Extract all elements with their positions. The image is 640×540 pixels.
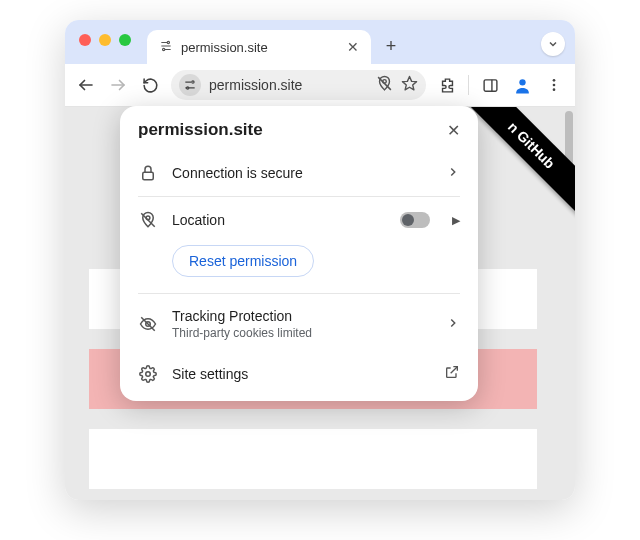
popup-close-button[interactable]: ✕ (447, 121, 460, 140)
site-info-popup: permission.site ✕ Connection is secure L… (120, 106, 478, 401)
chevron-right-icon (446, 165, 460, 182)
tune-icon (159, 39, 173, 56)
minimize-window-button[interactable] (99, 34, 111, 46)
location-blocked-icon[interactable] (376, 75, 393, 95)
bookmark-star-icon[interactable] (401, 75, 418, 95)
connection-secure-row[interactable]: Connection is secure (138, 152, 460, 194)
forward-button[interactable] (103, 70, 133, 100)
extensions-button[interactable] (432, 70, 462, 100)
zoom-window-button[interactable] (119, 34, 131, 46)
site-info-button[interactable] (179, 74, 201, 96)
tracking-protection-subtitle: Third-party cookies limited (172, 326, 312, 340)
omnibox[interactable]: permission.site (171, 70, 426, 100)
svg-point-11 (519, 79, 525, 85)
side-panel-button[interactable] (475, 70, 505, 100)
svg-rect-9 (484, 79, 497, 90)
window-menu-button[interactable] (541, 32, 565, 56)
svg-point-4 (192, 81, 194, 83)
browser-tab[interactable]: permission.site ✕ (147, 30, 371, 64)
location-permission-row: Location ▶ (138, 199, 460, 241)
location-toggle[interactable] (400, 212, 430, 228)
svg-point-0 (167, 41, 169, 43)
reload-button[interactable] (135, 70, 165, 100)
permission-card[interactable] (89, 429, 537, 489)
toolbar: permission.site (65, 64, 575, 107)
tab-title: permission.site (181, 40, 268, 55)
svg-point-12 (553, 79, 556, 82)
divider (138, 293, 460, 294)
reset-permission-button[interactable]: Reset permission (172, 245, 314, 277)
svg-marker-8 (402, 76, 416, 89)
chevron-right-icon (446, 316, 460, 333)
close-window-button[interactable] (79, 34, 91, 46)
toolbar-separator (468, 75, 469, 95)
site-settings-label: Site settings (172, 366, 248, 382)
connection-secure-label: Connection is secure (172, 165, 303, 181)
svg-point-13 (553, 84, 556, 87)
new-tab-button[interactable]: + (377, 32, 405, 60)
site-settings-row[interactable]: Site settings (138, 352, 460, 395)
svg-point-14 (553, 88, 556, 91)
gear-icon (138, 365, 158, 383)
popup-site-name: permission.site (138, 120, 263, 140)
tracking-protection-label: Tracking Protection (172, 308, 312, 324)
omnibox-url: permission.site (209, 77, 368, 93)
svg-point-20 (146, 371, 151, 376)
profile-button[interactable] (507, 70, 537, 100)
eye-off-icon (138, 315, 158, 333)
location-permission-label: Location (172, 212, 225, 228)
back-button[interactable] (71, 70, 101, 100)
svg-point-1 (163, 48, 165, 50)
lock-icon (138, 164, 158, 182)
svg-rect-15 (143, 172, 154, 180)
divider (138, 196, 460, 197)
location-off-icon (138, 211, 158, 229)
tracking-protection-row[interactable]: Tracking Protection Third-party cookies … (138, 296, 460, 352)
tab-strip: permission.site ✕ + (65, 20, 575, 64)
window-controls (79, 34, 131, 46)
expand-triangle-icon[interactable]: ▶ (452, 214, 460, 227)
tab-close-button[interactable]: ✕ (347, 39, 359, 55)
open-external-icon (444, 364, 460, 383)
chrome-menu-button[interactable] (539, 70, 569, 100)
